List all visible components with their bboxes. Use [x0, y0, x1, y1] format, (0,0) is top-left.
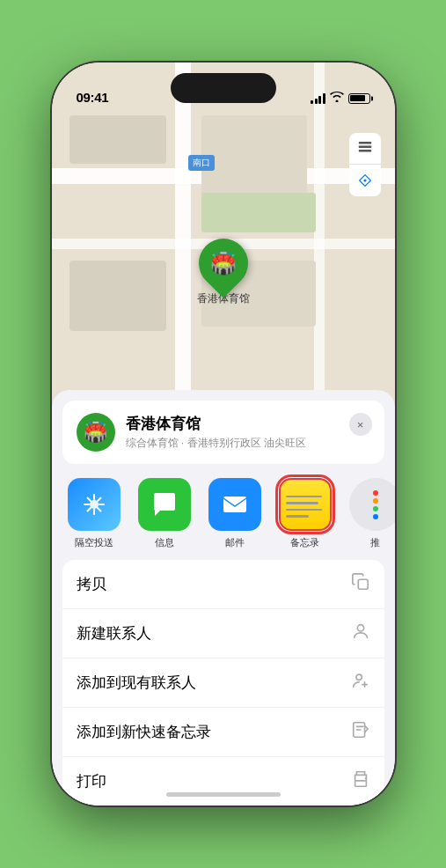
share-app-messages[interactable]: 信息 — [133, 478, 196, 549]
notes-label: 备忘录 — [290, 536, 319, 549]
action-add-existing[interactable]: 添加到现有联系人 — [62, 658, 384, 708]
share-app-more[interactable]: 推 — [344, 478, 395, 549]
location-card-icon: 🏟️ — [77, 413, 115, 452]
action-add-existing-label: 添加到现有联系人 — [77, 673, 196, 693]
svg-rect-6 — [358, 579, 368, 589]
action-print-label: 打印 — [77, 771, 106, 791]
share-app-notes[interactable]: 备忘录 — [274, 478, 337, 549]
svg-rect-5 — [223, 497, 246, 512]
map-controls[interactable] — [349, 133, 381, 196]
mail-icon[interactable] — [208, 478, 261, 531]
messages-label: 信息 — [155, 536, 174, 549]
person-add-icon — [351, 671, 370, 695]
close-button[interactable]: × — [349, 413, 372, 436]
svg-rect-10 — [355, 781, 366, 786]
notes-icon[interactable] — [279, 478, 332, 531]
svg-point-3 — [363, 179, 366, 181]
svg-point-11 — [364, 777, 366, 779]
pin-icon: 🏟️ — [210, 251, 237, 276]
status-icons — [311, 92, 370, 105]
action-copy[interactable]: 拷贝 — [62, 560, 384, 609]
more-label: 推 — [370, 536, 380, 549]
action-copy-label: 拷贝 — [77, 574, 106, 594]
more-icon[interactable] — [349, 478, 395, 531]
action-print[interactable]: 打印 — [62, 757, 384, 805]
bottom-sheet: 🏟️ 香港体育馆 综合体育馆 · 香港特别行政区 油尖旺区 × — [52, 390, 395, 805]
action-add-notes[interactable]: 添加到新快速备忘录 — [62, 708, 384, 757]
location-info: 香港体育馆 综合体育馆 · 香港特别行政区 油尖旺区 — [126, 414, 370, 451]
location-button[interactable] — [349, 165, 381, 196]
location-description: 综合体育馆 · 香港特别行政区 油尖旺区 — [126, 436, 370, 451]
wifi-icon — [330, 92, 344, 105]
svg-rect-0 — [358, 145, 370, 148]
map-south-entrance-label: 南口 — [188, 155, 215, 171]
airdrop-label: 隔空投送 — [75, 536, 113, 549]
signal-icon — [311, 93, 325, 104]
location-card: 🏟️ 香港体育馆 综合体育馆 · 香港特别行政区 油尖旺区 × — [62, 401, 384, 464]
airdrop-icon[interactable] — [68, 478, 121, 531]
action-new-contact-label: 新建联系人 — [77, 623, 151, 644]
venue-pin[interactable]: 🏟️ 香港体育馆 — [197, 239, 250, 306]
svg-point-8 — [355, 674, 361, 680]
action-list: 拷贝 新建联系人 — [62, 560, 384, 805]
dynamic-island — [171, 73, 276, 103]
svg-rect-1 — [358, 149, 370, 151]
person-icon — [351, 622, 370, 645]
mail-label: 邮件 — [225, 536, 245, 549]
share-apps-row: 隔空投送 信息 — [52, 464, 395, 560]
action-new-contact[interactable]: 新建联系人 — [62, 609, 384, 658]
messages-icon[interactable] — [138, 478, 191, 531]
map-layers-button[interactable] — [349, 133, 381, 165]
phone-frame: 09:41 — [52, 63, 395, 805]
home-indicator — [166, 792, 281, 797]
svg-point-7 — [357, 625, 363, 631]
pin-circle: 🏟️ — [188, 228, 258, 298]
location-name: 香港体育馆 — [126, 414, 370, 434]
battery-icon — [348, 93, 370, 104]
phone-screen: 09:41 — [52, 63, 395, 805]
printer-icon — [351, 769, 370, 793]
action-add-notes-label: 添加到新快速备忘录 — [77, 722, 211, 742]
svg-rect-2 — [358, 141, 370, 143]
share-app-airdrop[interactable]: 隔空投送 — [62, 478, 126, 549]
copy-icon — [351, 572, 370, 596]
share-app-mail[interactable]: 邮件 — [203, 478, 267, 549]
note-icon — [351, 720, 370, 744]
status-time: 09:41 — [77, 90, 109, 105]
